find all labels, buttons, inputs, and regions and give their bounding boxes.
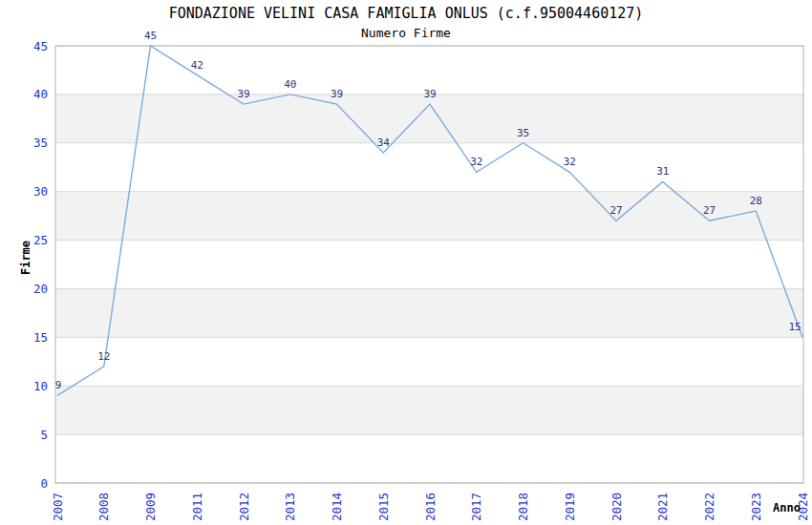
plot-band	[55, 434, 803, 483]
plot-band	[55, 192, 803, 241]
x-tick-label: 2017	[469, 493, 483, 521]
line-chart: FONDAZIONE VELINI CASA FAMIGLIA ONLUS (c…	[0, 0, 812, 525]
x-tick-label: 2013	[283, 493, 297, 521]
point-label: 35	[517, 127, 529, 139]
x-tick-label: 2007	[51, 493, 65, 521]
plot-band	[55, 241, 803, 289]
plot-band	[55, 288, 803, 337]
point-label: 39	[237, 88, 249, 100]
x-tick-label: 2015	[376, 493, 391, 521]
point-label: 28	[750, 195, 762, 207]
y-tick-label: 30	[33, 184, 48, 199]
plot-band	[55, 143, 803, 192]
point-label: 31	[656, 165, 669, 178]
point-label: 12	[97, 350, 110, 363]
x-tick-label: 2022	[702, 493, 716, 521]
y-tick-label: 35	[33, 136, 48, 150]
x-tick-label: 2018	[516, 493, 530, 521]
y-tick-label: 5	[40, 428, 48, 442]
x-tick-label: 2009	[143, 493, 158, 521]
point-label: 39	[423, 88, 436, 100]
y-tick-label: 15	[33, 330, 48, 345]
point-label: 39	[331, 88, 343, 100]
y-tick-label: 0	[40, 476, 48, 491]
point-label: 32	[564, 156, 576, 168]
x-tick-label: 2012	[237, 493, 251, 521]
x-tick-label: 2016	[423, 493, 438, 521]
x-tick-label: 2020	[609, 493, 624, 521]
x-tick-label: 2014	[330, 493, 344, 521]
y-tick-label: 10	[33, 379, 48, 393]
point-label: 27	[703, 204, 716, 217]
x-tick-label: 2021	[655, 493, 670, 521]
plot-band	[55, 337, 803, 386]
point-label: 15	[788, 321, 801, 333]
x-axis-title: Anno	[773, 501, 801, 514]
point-label: 45	[144, 30, 157, 42]
plot-area: 0510152025303540452007200820092011201220…	[0, 0, 812, 525]
y-tick-label: 45	[33, 39, 48, 53]
x-tick-label: 2023	[749, 493, 763, 521]
x-tick-label: 2011	[190, 493, 204, 521]
point-label: 9	[55, 379, 62, 391]
x-tick-label: 2008	[96, 493, 111, 521]
point-label: 34	[377, 136, 391, 149]
point-label: 32	[470, 156, 482, 168]
plot-band	[55, 94, 803, 143]
plot-band	[55, 386, 803, 434]
point-label: 27	[609, 204, 622, 217]
point-label: 40	[284, 78, 296, 91]
point-label: 42	[191, 59, 203, 72]
y-tick-label: 20	[33, 282, 48, 296]
x-tick-label: 2019	[563, 493, 577, 521]
y-tick-label: 40	[33, 87, 48, 101]
y-tick-label: 25	[33, 233, 48, 247]
